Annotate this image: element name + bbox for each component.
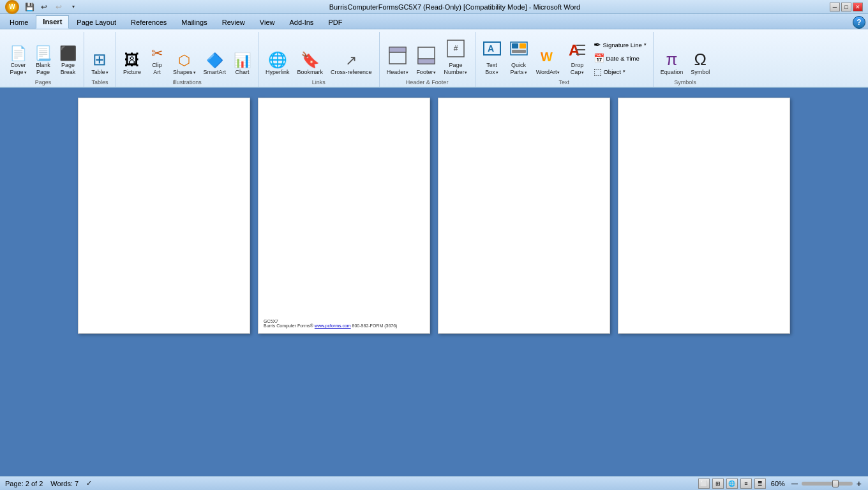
status-left: Page: 2 of 2 Words: 7 ✓: [5, 479, 92, 487]
object-label: Object: [603, 68, 620, 75]
symbol-button[interactable]: Ω Symbol: [687, 49, 713, 78]
text-group-label: Text: [558, 78, 569, 87]
svg-text:#: #: [454, 44, 458, 53]
quick-parts-button[interactable]: QuickParts▾: [506, 37, 532, 78]
shapes-label: Shapes▾: [173, 69, 196, 76]
table-button[interactable]: ⊞ Table▾: [88, 49, 112, 78]
page-footer-line2: Burris Computer Forms® www.pcforms.com 8…: [264, 323, 424, 328]
tab-mailings[interactable]: Mailings: [174, 16, 214, 29]
page-2-footer: GC5X7 Burris Computer Forms® www.pcforms…: [264, 319, 424, 328]
zoom-slider[interactable]: [802, 482, 853, 486]
footer-label: Footer▾: [416, 69, 436, 76]
page-break-label: PageBreak: [61, 62, 76, 76]
illustrations-items: 🖼 Picture ✂ ClipArt ⬡ Shapes▾ 🔷 SmartArt…: [120, 33, 254, 78]
links-group-label: Links: [312, 78, 326, 87]
cross-reference-label: Cross-reference: [331, 69, 372, 76]
footer-icon: [417, 46, 436, 68]
svg-rect-1: [389, 47, 406, 52]
view-web-button[interactable]: 🌐: [726, 479, 738, 489]
object-button[interactable]: ⬚ Object ▾: [591, 65, 648, 78]
picture-button[interactable]: 🖼 Picture: [120, 50, 144, 78]
tab-review[interactable]: Review: [215, 16, 252, 29]
quick-redo-btn[interactable]: ↩: [52, 1, 65, 13]
wordart-icon: W: [539, 46, 558, 68]
signature-line-button[interactable]: ✒ Signature Line ▾: [591, 38, 648, 51]
blank-page-icon: 📃: [34, 47, 52, 61]
date-time-label: Date & Time: [606, 55, 639, 62]
svg-rect-4: [418, 59, 435, 64]
tab-view[interactable]: View: [253, 16, 282, 29]
svg-text:W: W: [541, 50, 553, 64]
page-3-content: [438, 98, 610, 333]
help-button[interactable]: ?: [853, 16, 865, 29]
tab-home[interactable]: Home: [3, 16, 35, 29]
page-footer-line1: GC5X7: [264, 319, 424, 323]
shapes-button[interactable]: ⬡ Shapes▾: [170, 52, 199, 78]
blank-page-button[interactable]: 📃 BlankPage: [31, 45, 55, 78]
shapes-icon: ⬡: [178, 54, 190, 68]
tables-group-label: Tables: [91, 78, 108, 87]
page-number-button[interactable]: # PageNumber▾: [440, 37, 470, 78]
quick-dropdown-btn[interactable]: ▾: [67, 1, 80, 13]
view-draft-button[interactable]: ≣: [754, 479, 766, 489]
symbols-items: π Equation Ω Symbol: [657, 33, 714, 78]
clip-art-button[interactable]: ✂ ClipArt: [146, 45, 168, 78]
smartart-button[interactable]: 🔷 SmartArt: [200, 52, 230, 78]
office-logo: W: [5, 0, 19, 14]
zoom-thumb: [832, 480, 839, 487]
page-break-button[interactable]: ⬛ PageBreak: [56, 45, 80, 78]
tables-items: ⊞ Table▾: [88, 33, 112, 78]
equation-icon: π: [666, 51, 678, 68]
footer-link[interactable]: www.pcforms.com: [315, 323, 351, 328]
object-dropdown-icon: ▾: [623, 69, 625, 74]
smartart-label: SmartArt: [204, 69, 227, 76]
signature-line-icon: ✒: [594, 40, 601, 50]
window-title: BurrisComputerFormsGC5X7 (Read-Only) [Co…: [80, 3, 830, 11]
page-4-content: [618, 98, 789, 333]
window-controls: ─ □ ✕: [830, 3, 863, 11]
page-number-label: PageNumber▾: [444, 62, 467, 76]
text-box-label: TextBox▾: [485, 62, 498, 76]
wordart-label: WordArt▾: [536, 69, 560, 76]
view-outline-button[interactable]: ≡: [740, 479, 752, 489]
zoom-minus-button[interactable]: ─: [791, 479, 798, 489]
page-info: Page: 2 of 2: [5, 480, 43, 487]
tab-pdf[interactable]: PDF: [321, 16, 349, 29]
minimize-button[interactable]: ─: [830, 3, 840, 11]
ribbon-group-header-footer: Header▾ Footer▾ # PageNumber▾ Header & F…: [380, 32, 475, 87]
svg-rect-11: [512, 43, 518, 48]
tab-insert[interactable]: Insert: [36, 15, 69, 29]
tab-page-layout[interactable]: Page Layout: [70, 16, 123, 29]
chart-button[interactable]: 📊 Chart: [230, 52, 254, 78]
zoom-plus-button[interactable]: +: [857, 479, 862, 489]
bookmark-button[interactable]: 🔖 Bookmark: [294, 50, 327, 78]
drop-cap-button[interactable]: A DropCap▾: [564, 37, 590, 78]
ribbon-group-tables: ⊞ Table▾ Tables: [84, 32, 116, 87]
hyperlink-button[interactable]: 🌐 Hyperlink: [262, 50, 293, 78]
footer-button[interactable]: Footer▾: [413, 44, 439, 78]
links-items: 🌐 Hyperlink 🔖 Bookmark ↗ Cross-reference: [262, 33, 375, 78]
view-print-button[interactable]: ⬜: [698, 479, 710, 489]
equation-button[interactable]: π Equation: [657, 49, 687, 78]
tab-add-ins[interactable]: Add-Ins: [282, 16, 320, 29]
restore-button[interactable]: □: [841, 3, 851, 11]
header-button[interactable]: Header▾: [384, 44, 412, 78]
text-box-button[interactable]: A TextBox▾: [479, 37, 505, 78]
quick-save-btn[interactable]: 💾: [23, 1, 36, 13]
ribbon-tabs: Home Insert Page Layout References Maili…: [0, 14, 868, 29]
wordart-button[interactable]: W WordArt▾: [533, 44, 564, 78]
table-label: Table▾: [91, 69, 108, 76]
page-2-content: [258, 98, 430, 333]
quick-undo-btn[interactable]: ↩: [38, 1, 50, 13]
view-fullscreen-button[interactable]: ⊞: [712, 479, 724, 489]
cross-reference-button[interactable]: ↗ Cross-reference: [327, 52, 375, 78]
text-box-icon: A: [483, 39, 502, 61]
spell-check-icon[interactable]: ✓: [86, 479, 92, 487]
tab-references[interactable]: References: [124, 16, 174, 29]
close-button[interactable]: ✕: [853, 3, 863, 11]
status-bar: Page: 2 of 2 Words: 7 ✓ ⬜ ⊞ 🌐 ≡ ≣ 60% ─ …: [0, 476, 868, 490]
date-time-button[interactable]: 📅 Date & Time: [591, 52, 648, 64]
text-small-buttons: ✒ Signature Line ▾ 📅 Date & Time ⬚ Objec…: [591, 37, 648, 78]
page-3: [438, 98, 610, 334]
cover-page-button[interactable]: 📄 CoverPage▾: [6, 45, 30, 78]
